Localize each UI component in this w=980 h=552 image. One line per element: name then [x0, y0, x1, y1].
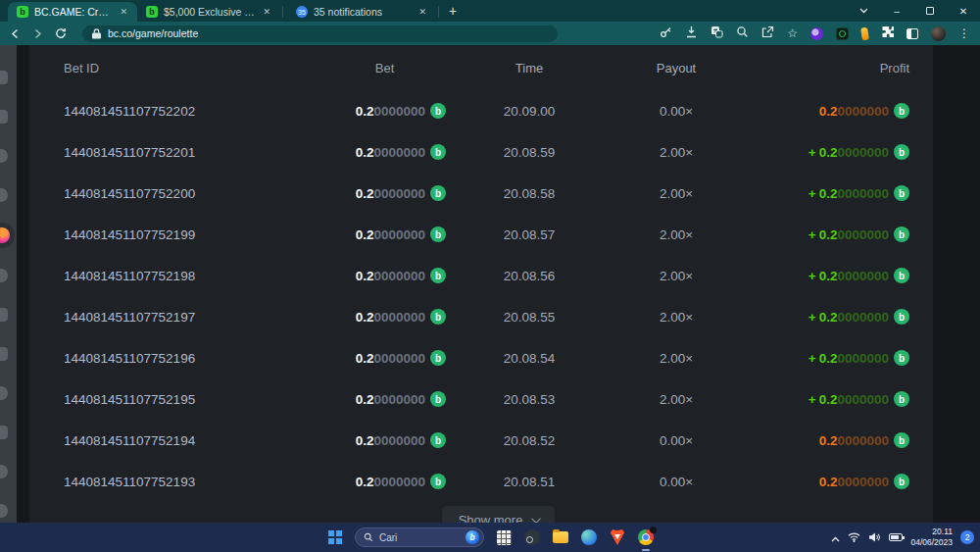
tab-close-icon[interactable]: ✕: [262, 7, 271, 17]
minimize-button[interactable]: –: [880, 0, 913, 22]
sidebar-icon-4[interactable]: [0, 188, 8, 202]
tray-chevron-up-icon[interactable]: [831, 528, 840, 546]
tab-bcgame-casino[interactable]: b BC.GAME: Crypto Casino Games ✕: [8, 2, 137, 22]
bc-coin-icon: b: [894, 103, 909, 119]
table-row[interactable]: 144081451107752200 0.20000000 b 20.08.58…: [64, 173, 909, 214]
tab-close-icon[interactable]: ✕: [417, 7, 427, 17]
tab-title: 35 notifications: [314, 6, 412, 18]
taskbar-app-edge[interactable]: [580, 528, 598, 546]
table-row[interactable]: 144081451107752201 0.20000000 b 20.08.59…: [64, 131, 909, 173]
sidebar-icon-8[interactable]: [0, 347, 8, 361]
wifi-icon[interactable]: [848, 528, 860, 546]
sidebar-icon-11[interactable]: [0, 465, 8, 478]
reload-button-icon[interactable]: [55, 27, 67, 39]
taskbar-center-icons: Cari b: [326, 523, 655, 552]
clock-time: 20.11: [910, 527, 953, 537]
tab-divider: [438, 6, 439, 18]
bc-coin-icon: b: [430, 226, 446, 242]
sidebar-icon-9[interactable]: [0, 386, 8, 400]
show-more-button[interactable]: Show more: [442, 506, 556, 523]
side-panel-icon[interactable]: [906, 28, 918, 39]
extension-orange-icon[interactable]: [860, 26, 869, 40]
forward-button-icon[interactable]: [32, 28, 43, 39]
notification-count-badge[interactable]: 2: [960, 530, 974, 544]
taskbar-app-file-explorer[interactable]: [552, 528, 569, 546]
profile-avatar[interactable]: [931, 26, 946, 41]
share-icon[interactable]: [761, 25, 774, 42]
taskbar-clock[interactable]: 20.11 04/06/2023: [910, 527, 953, 547]
profit-cell: +0.20000000 b: [740, 185, 909, 201]
table-row[interactable]: 144081451107752196 0.20000000 b 20.08.54…: [64, 337, 909, 378]
bet-id-cell: 144081451107752201: [64, 145, 323, 160]
install-download-icon[interactable]: [685, 25, 698, 42]
lock-icon: [92, 28, 101, 39]
bc-coin-icon: b: [894, 268, 909, 283]
payout-cell: 2.00×: [612, 145, 740, 160]
roulette-game-icon[interactable]: [0, 227, 10, 243]
volume-icon[interactable]: [868, 528, 881, 546]
bookmark-star-icon[interactable]: ☆: [787, 27, 798, 39]
sidebar-icon-6[interactable]: [0, 269, 8, 282]
maximize-button[interactable]: [913, 0, 947, 22]
sidebar-icon-2[interactable]: [0, 110, 8, 124]
tab-search-chevron-icon[interactable]: [847, 0, 880, 22]
edge-icon: [581, 529, 597, 545]
bet-id-cell: 144081451107752194: [64, 433, 323, 448]
new-tab-button[interactable]: +: [443, 3, 465, 22]
table-row[interactable]: 144081451107752195 0.20000000 b 20.08.53…: [64, 378, 909, 420]
sidebar-icon-10[interactable]: [0, 426, 8, 439]
address-bar[interactable]: bc.co/game/roulette: [82, 25, 558, 42]
taskbar-search-box[interactable]: Cari b: [355, 527, 484, 547]
bet-amount-cell: 0.20000000 b: [323, 391, 446, 407]
payout-cell: 2.00×: [612, 227, 740, 242]
taskbar-app-brave[interactable]: [609, 528, 626, 546]
calculator-icon: [497, 530, 512, 545]
header-profit: Profit: [740, 61, 909, 75]
battery-icon[interactable]: [889, 533, 903, 541]
browser-toolbar: bc.co/game/roulette ☆ ⋮: [0, 22, 980, 45]
profit-cell: +0.20000000 b: [740, 309, 909, 325]
bc-coin-icon: b: [430, 268, 446, 283]
table-row[interactable]: 144081451107752198 0.20000000 b 20.08.56…: [64, 255, 909, 296]
taskbar-app-chrome[interactable]: [637, 528, 655, 546]
table-row[interactable]: 144081451107752197 0.20000000 b 20.08.55…: [64, 296, 909, 337]
sidebar-icon-12[interactable]: [0, 504, 8, 518]
extensions-puzzle-icon[interactable]: [881, 25, 894, 42]
taskbar-app-steam[interactable]: [523, 528, 541, 546]
extension-dark-green-icon[interactable]: [836, 27, 849, 40]
search-icon: [364, 532, 373, 542]
password-key-icon[interactable]: [660, 25, 672, 42]
sidebar-icon-7[interactable]: [0, 308, 8, 322]
taskbar-app-calculator[interactable]: [495, 528, 513, 546]
header-bet: Bet: [323, 61, 446, 75]
tab-title: $5,000 Exclusive Roulette Prestig: [164, 6, 256, 18]
extension-purple-icon[interactable]: [810, 27, 823, 40]
close-window-button[interactable]: ✕: [947, 0, 980, 22]
table-row[interactable]: 144081451107752199 0.20000000 b 20.08.57…: [64, 214, 909, 255]
back-button-icon[interactable]: [10, 28, 21, 39]
brave-icon: [611, 529, 625, 545]
browser-menu-kebab-icon[interactable]: ⋮: [958, 27, 970, 39]
profit-cell: +0.20000000 b: [740, 144, 909, 160]
time-cell: 20.08.55: [446, 310, 612, 325]
table-row[interactable]: 144081451107752202 0.20000000 b 20.09.00…: [64, 90, 909, 131]
profit-cell: +0.20000000 b: [740, 391, 909, 407]
header-time: Time: [446, 61, 612, 75]
zoom-search-icon[interactable]: [736, 25, 749, 42]
bet-id-cell: 144081451107752195: [64, 392, 323, 407]
tab-roulette-promo[interactable]: b $5,000 Exclusive Roulette Prestig ✕: [137, 2, 280, 22]
table-row[interactable]: 144081451107752194 0.20000000 b 20.08.52…: [64, 420, 909, 461]
table-row[interactable]: 144081451107752193 0.20000000 b 20.08.51…: [64, 461, 909, 502]
tab-close-icon[interactable]: ✕: [119, 7, 128, 17]
start-button[interactable]: [326, 528, 344, 546]
bet-amount-cell: 0.20000000 b: [323, 144, 446, 160]
sidebar-icon-1[interactable]: [0, 71, 8, 84]
sidebar-icon-3[interactable]: [0, 149, 8, 163]
payout-cell: 2.00×: [612, 310, 740, 325]
translate-icon[interactable]: [710, 25, 723, 42]
bc-coin-icon: b: [894, 350, 909, 366]
tab-notifications[interactable]: 35 35 notifications ✕: [287, 2, 436, 22]
bc-coin-icon: b: [430, 350, 446, 366]
bing-icon: b: [466, 530, 479, 544]
system-tray: 20.11 04/06/2023 2: [831, 523, 974, 552]
